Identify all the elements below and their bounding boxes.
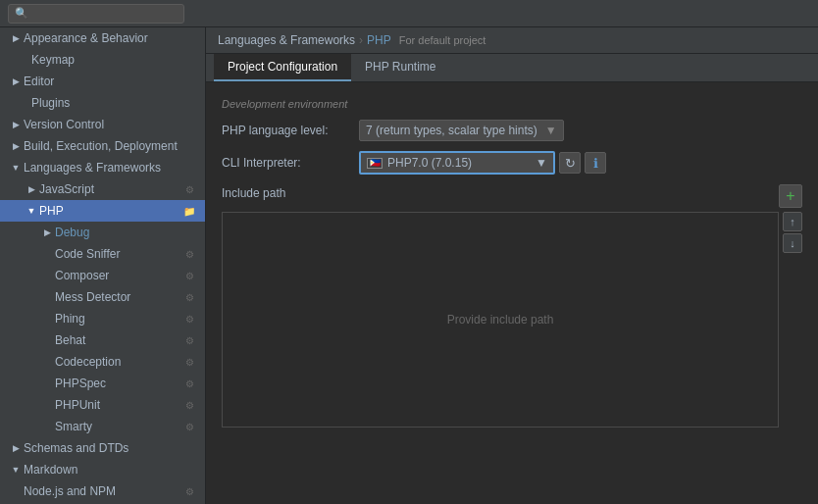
sidebar-item-schemas[interactable]: ▶ Schemas and DTDs	[0, 437, 205, 459]
tab-php-runtime[interactable]: PHP Runtime	[351, 54, 449, 81]
sidebar-item-javascript[interactable]: ▶ JavaScript ⚙	[0, 178, 205, 200]
include-path-box: Provide include path	[222, 212, 779, 428]
sidebar-item-label: Appearance & Behavior	[24, 31, 197, 45]
sidebar-item-languages[interactable]: ▼ Languages & Frameworks	[0, 157, 205, 178]
tab-label: PHP Runtime	[365, 60, 435, 74]
settings-icon: ⚙	[181, 289, 197, 305]
sidebar-item-label: Mess Detector	[55, 290, 179, 304]
expand-icon: ▼	[24, 203, 39, 219]
expand-icon: ▼	[8, 462, 24, 478]
sidebar-item-label: Behat	[55, 333, 179, 347]
settings-icon: ⚙	[181, 354, 197, 370]
sidebar-item-label: Node.js and NPM	[24, 484, 179, 498]
include-path-placeholder: Provide include path	[447, 313, 554, 327]
sidebar-item-markdown[interactable]: ▼ Markdown	[0, 459, 205, 480]
sidebar-item-label: Composer	[55, 269, 179, 282]
move-down-button[interactable]: ↓	[783, 233, 802, 253]
tab-label: Project Configuration	[228, 60, 337, 74]
settings-icon: ⚙	[181, 181, 197, 197]
sidebar-item-composer[interactable]: Composer ⚙	[0, 265, 205, 286]
expand-icon: ▶	[39, 225, 55, 240]
php-level-select[interactable]: 7 (return types, scalar type hints) ▼	[359, 120, 564, 141]
cli-value: PHP7.0 (7.0.15)	[387, 156, 472, 170]
sidebar-item-debug[interactable]: ▶ Debug	[0, 222, 205, 243]
php-level-row: PHP language level: 7 (return types, sca…	[222, 120, 802, 141]
sidebar-item-label: Schemas and DTDs	[24, 441, 197, 455]
expand-icon: ▼	[8, 160, 24, 176]
sidebar-item-keymap[interactable]: Keymap	[0, 49, 205, 71]
search-input[interactable]	[32, 8, 178, 20]
php-level-control: 7 (return types, scalar type hints) ▼	[359, 120, 802, 141]
expand-icon: ▶	[8, 138, 24, 154]
include-path-section: Include path + Provide include path ↑ ↓	[222, 184, 802, 428]
sidebar-item-plugins[interactable]: Plugins	[0, 92, 205, 114]
move-up-button[interactable]: ↑	[783, 212, 802, 231]
sidebar-item-label: Code Sniffer	[55, 247, 179, 261]
sidebar-item-appearance[interactable]: ▶ Appearance & Behavior	[0, 27, 205, 49]
breadcrumb-note: For default project	[399, 34, 486, 46]
sidebar-item-version-control[interactable]: ▶ Version Control	[0, 114, 205, 135]
settings-icon: ⚙	[181, 419, 197, 434]
sidebar-item-label: Debug	[55, 226, 197, 239]
settings-icon: ⚙	[181, 311, 197, 327]
expand-icon: ▶	[24, 181, 39, 197]
sidebar-item-label: PHPSpec	[55, 377, 179, 390]
sidebar-item-label: JavaScript	[39, 182, 179, 196]
search-box[interactable]: 🔍	[8, 4, 184, 24]
sidebar-item-label: Codeception	[55, 355, 179, 369]
cli-refresh-button[interactable]: ↻	[559, 152, 581, 174]
breadcrumb: Languages & Frameworks › PHP For default…	[206, 27, 818, 54]
dropdown-arrow-icon: ▼	[545, 124, 557, 137]
include-path-label: Include path	[222, 186, 285, 200]
sidebar-item-code-sniffer[interactable]: Code Sniffer ⚙	[0, 243, 205, 265]
sidebar-item-label: Smarty	[55, 420, 179, 433]
cli-control: 🇵🇭 PHP7.0 (7.0.15) ▼ ↻ ℹ	[359, 151, 802, 175]
content-area: Languages & Frameworks › PHP For default…	[206, 27, 818, 504]
sidebar: ▶ Appearance & Behavior Keymap ▶ Editor …	[0, 27, 206, 504]
sidebar-item-label: Build, Execution, Deployment	[24, 139, 197, 153]
settings-icon: ⚙	[181, 268, 197, 283]
settings-icon: ⚙	[181, 376, 197, 391]
sidebar-item-label: PHP	[39, 204, 179, 218]
cli-label: CLI Interpreter:	[222, 156, 359, 170]
sidebar-item-codeception[interactable]: Codeception ⚙	[0, 351, 205, 373]
expand-icon: ▶	[8, 440, 24, 456]
breadcrumb-part2: PHP	[367, 33, 391, 47]
expand-icon: ▶	[8, 30, 24, 46]
settings-icon: ⚙	[181, 397, 197, 413]
settings-icon: ⚙	[181, 332, 197, 348]
sidebar-item-phpunit[interactable]: PHPUnit ⚙	[0, 394, 205, 416]
cli-select[interactable]: 🇵🇭 PHP7.0 (7.0.15) ▼	[359, 151, 555, 175]
include-path-container: Provide include path ↑ ↓	[222, 212, 802, 428]
sidebar-item-build[interactable]: ▶ Build, Execution, Deployment	[0, 135, 205, 157]
expand-icon: ▶	[8, 117, 24, 132]
folder-icon: 📁	[181, 203, 197, 219]
breadcrumb-part1: Languages & Frameworks	[218, 33, 355, 47]
sidebar-item-behat[interactable]: Behat ⚙	[0, 329, 205, 351]
php-level-value: 7 (return types, scalar type hints)	[366, 124, 537, 137]
sidebar-item-mess-detector[interactable]: Mess Detector ⚙	[0, 286, 205, 308]
sidebar-item-nodejs[interactable]: Node.js and NPM ⚙	[0, 480, 205, 502]
sidebar-item-phing[interactable]: Phing ⚙	[0, 308, 205, 329]
sidebar-item-label: Editor	[24, 75, 197, 88]
sidebar-item-label: Markdown	[24, 463, 197, 477]
sidebar-item-label: Keymap	[31, 53, 197, 67]
cli-flag-icon: 🇵🇭	[367, 158, 383, 169]
include-path-actions: ↑ ↓	[779, 212, 802, 428]
form-content: Development environment PHP language lev…	[206, 82, 818, 504]
sidebar-item-editor[interactable]: ▶ Editor	[0, 71, 205, 92]
cli-info-button[interactable]: ℹ	[585, 152, 606, 174]
settings-icon: ⚙	[181, 246, 197, 262]
cli-row: CLI Interpreter: 🇵🇭 PHP7.0 (7.0.15) ▼ ↻ …	[222, 151, 802, 175]
sidebar-item-php[interactable]: ▼ PHP 📁	[0, 200, 205, 222]
sidebar-item-label: PHPUnit	[55, 398, 179, 412]
expand-icon: ▶	[8, 74, 24, 89]
sidebar-item-smarty[interactable]: Smarty ⚙	[0, 416, 205, 437]
dropdown-arrow-icon: ▼	[536, 156, 547, 170]
tab-project-config[interactable]: Project Configuration	[214, 54, 351, 81]
dev-env-label: Development environment	[222, 98, 802, 110]
add-include-path-button[interactable]: +	[779, 184, 802, 208]
sidebar-item-label: Version Control	[24, 118, 197, 131]
php-level-label: PHP language level:	[222, 124, 359, 137]
sidebar-item-phpspec[interactable]: PHPSpec ⚙	[0, 373, 205, 394]
